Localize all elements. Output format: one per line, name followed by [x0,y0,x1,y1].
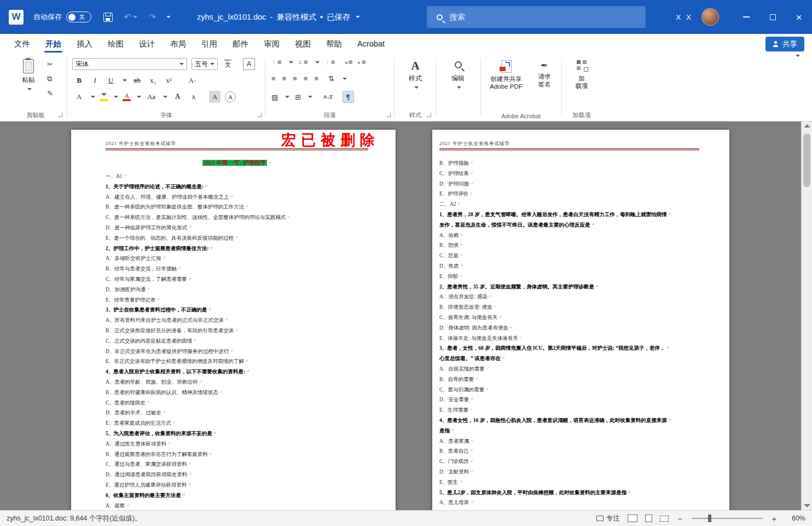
align-right-icon[interactable]: ≡ [293,74,297,83]
document-page-2[interactable]: 2021 年护士执业资格考试辅导 B、护理措施C、护理结果D、护理问题E、护理评… [432,130,729,510]
close-button[interactable]: × [786,0,812,34]
highlight-chevron-icon[interactable] [114,96,118,100]
change-case-chevron-icon[interactable] [163,96,167,100]
align-center-icon[interactable]: ≡ [282,74,287,83]
bold-button[interactable]: B [73,74,85,86]
font-name-combo[interactable]: 宋体 [72,58,187,70]
distribute-icon[interactable]: ≡ [314,74,318,83]
styles-dialog-launcher-icon[interactable] [427,113,431,117]
show-hide-marks-button[interactable]: ¶ [343,91,354,103]
maximize-button[interactable] [759,0,786,34]
ribbon-tab[interactable]: Acrobat [350,34,392,54]
format-painter-icon[interactable]: ✎ [47,89,53,97]
copy-icon[interactable]: ⧉ [47,74,53,83]
shading-icon[interactable]: ▨ [271,93,278,101]
user-avatar[interactable] [701,8,719,26]
strikethrough-button[interactable]: ab [131,74,143,86]
bullets-chevron-icon[interactable] [289,61,293,66]
save-icon[interactable] [103,13,113,22]
ribbon-tab[interactable]: 审阅 [256,34,287,54]
numbering-chevron-icon[interactable] [315,61,320,66]
enclose-characters-button[interactable]: A [225,91,236,102]
font-color-chevron-icon[interactable] [137,96,141,100]
clipboard-dialog-launcher-icon[interactable] [58,113,62,117]
paste-button[interactable]: 粘贴 [15,59,42,91]
font-size-combo[interactable]: 五号 [192,58,218,70]
change-case-button[interactable]: Aa [146,91,157,103]
cut-icon[interactable]: ✂ [47,60,53,68]
undo-icon[interactable]: ↶ [124,11,131,23]
document-title-area[interactable]: zyhs_jc_lx0101.doc - 兼容性模式 • 已保存 [197,0,360,34]
underline-chevron-icon[interactable] [123,79,127,84]
sort-icon[interactable]: A↓Z [323,94,333,100]
minimize-button[interactable] [733,0,759,34]
search-bar[interactable] [427,6,646,28]
ribbon-tab[interactable]: 绘图 [100,34,131,54]
web-layout-button[interactable] [660,516,669,522]
word-count-status[interactable]: zyhs_jc_lx0101.doc: 9,644 个字符(近似值)。 [7,514,142,523]
font-dialog-launcher-icon[interactable] [257,113,262,117]
word-app-icon[interactable]: W [9,10,24,25]
line-spacing-chevron-icon[interactable] [343,78,347,82]
underline-button[interactable]: U [105,74,117,86]
focus-mode-button[interactable]: 专注 [596,514,620,523]
document-canvas[interactable]: 宏已被删除 2021 年护士执业资格考试辅导 2021 年第一节: 护理程序 一… [0,122,812,510]
subscript-button[interactable]: x₂ [147,74,159,86]
ribbon-tab[interactable]: 视图 [287,34,318,54]
ribbon-tab[interactable]: 邮件 [225,34,256,54]
line-spacing-icon[interactable]: ⇅ [328,74,334,83]
ribbon-tab[interactable]: 引用 [194,34,225,54]
ribbon-tab[interactable]: 布局 [163,34,194,54]
styles-button[interactable]: A 样式 [402,60,429,90]
search-input[interactable] [449,13,613,21]
character-shading-button[interactable]: A [209,91,221,103]
undo-chevron-icon[interactable] [133,16,137,20]
character-border-button[interactable]: A [243,58,255,70]
ribbon-tab[interactable]: 文件 [7,34,38,54]
font-color-button[interactable]: A [123,93,131,101]
text-effects-button[interactable]: A [73,91,85,103]
grow-font-button[interactable]: A [172,91,183,103]
justify-icon[interactable]: ≡ [304,74,308,83]
editing-button[interactable]: 编辑 [444,61,472,90]
quick-access-chevron-icon[interactable] [166,16,171,20]
create-share-pdf-button[interactable]: 创建并共享Adobe PDF [484,60,529,91]
text-effects-chevron-icon[interactable] [91,96,95,100]
print-layout-button[interactable] [645,515,652,522]
borders-icon[interactable]: ⊞ [295,93,301,101]
superscript-button[interactable]: x² [163,74,175,86]
phonetic-guide-button[interactable]: wén 文 [224,58,231,68]
title-chevron-icon[interactable] [356,16,360,20]
increase-indent-icon[interactable]: ▸≡ [358,58,366,66]
shading-chevron-icon[interactable] [285,96,289,100]
highlight-color-button[interactable] [100,93,108,101]
decrease-indent-icon[interactable]: ◂≡ [345,58,352,66]
zoom-slider[interactable] [692,518,763,519]
ribbon-tab[interactable]: 插入 [69,34,100,54]
scrollbar-thumb[interactable] [803,134,810,187]
zoom-in-button[interactable]: + [770,514,778,523]
share-button[interactable]: 共享 [765,37,804,51]
multilevel-list-icon[interactable]: ⋮≡ [325,58,335,66]
redo-icon[interactable]: ↷ [148,11,156,23]
addins-button[interactable]: 加载项 [570,60,593,90]
ribbon-tab[interactable]: 开始 [38,34,69,54]
bullets-icon[interactable]: ⋮≡ [271,58,282,66]
read-mode-button[interactable] [628,515,637,522]
zoom-slider-thumb[interactable] [708,515,711,522]
request-signature-button[interactable]: ✒ 请求签名 [532,60,557,89]
shrink-font-button[interactable]: A [188,91,199,103]
borders-chevron-icon[interactable] [308,96,312,100]
zoom-out-button[interactable]: − [676,514,684,523]
ribbon-tab[interactable]: 帮助 [318,34,350,54]
document-page-1[interactable]: 2021 年护士执业资格考试辅导 2021 年第一节: 护理程序 一、A11、关… [71,130,396,510]
clear-formatting-button[interactable]: A× [187,74,198,86]
collapse-ribbon-icon[interactable] [796,55,800,59]
autosave-toggle[interactable]: 关 [66,11,91,22]
align-left-icon[interactable]: ≡ [271,74,276,83]
numbering-icon[interactable]: 1.≡ [299,58,308,66]
vertical-scrollbar[interactable] [801,122,812,510]
italic-button[interactable]: I [89,74,101,86]
scroll-up-icon[interactable] [804,124,810,128]
ribbon-tab[interactable]: 设计 [131,34,163,54]
